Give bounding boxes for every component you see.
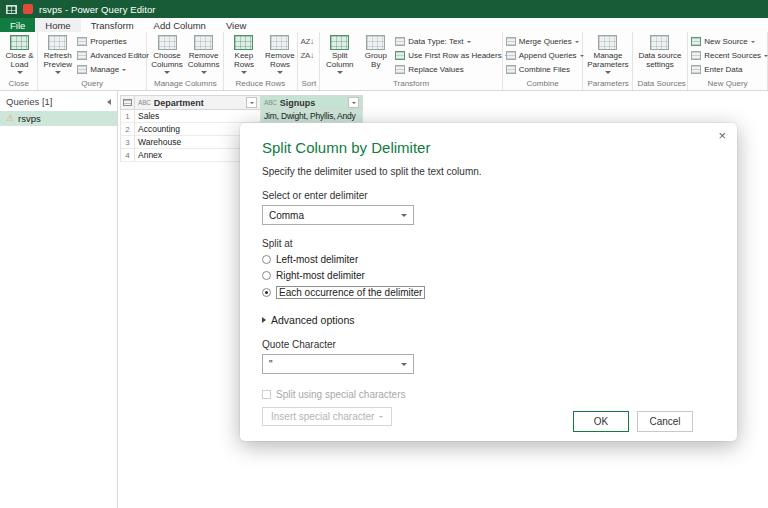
data-type-button[interactable]: Data Type: Text	[395, 35, 508, 48]
combine-files-button[interactable]: Combine Files	[506, 63, 584, 76]
row-number[interactable]: 2	[120, 123, 135, 136]
app-table-icon	[6, 5, 17, 14]
cell-department[interactable]: Sales	[135, 110, 261, 123]
refresh-icon	[48, 35, 67, 50]
cancel-button[interactable]: Cancel	[637, 411, 693, 432]
row-number[interactable]: 4	[120, 149, 135, 162]
query-small-buttons: Properties Advanced Editor Manage	[77, 33, 149, 78]
chevron-down-icon	[241, 71, 247, 74]
ribbon-group-combine: Merge Queries Append Queries Combine Fil…	[503, 32, 584, 90]
radio-icon	[262, 271, 271, 280]
advanced-editor-button[interactable]: Advanced Editor	[77, 49, 149, 62]
chevron-down-icon	[122, 69, 126, 71]
tab-add-column[interactable]: Add Column	[144, 18, 216, 32]
radio-right-most-delimiter[interactable]: Right-most delimiter	[262, 270, 715, 281]
split-column-by-delimiter-dialog: × Split Column by Delimiter Specify the …	[240, 123, 737, 441]
close-and-load-button[interactable]: Close & Load	[3, 33, 36, 78]
query-list-item-rsvps[interactable]: ⚠ rsvps	[0, 111, 117, 126]
ribbon-group-transform: Split Column Group By Data Type: Text	[320, 32, 502, 90]
tab-view[interactable]: View	[216, 18, 256, 32]
row-number[interactable]: 3	[120, 136, 135, 149]
table-row: 1 Sales Jim, Dwight, Phyllis, Andy	[120, 110, 363, 123]
enter-data-button[interactable]: Enter Data	[691, 63, 768, 76]
tab-transform[interactable]: Transform	[81, 18, 144, 32]
new-source-button[interactable]: New Source	[691, 35, 768, 48]
append-queries-button[interactable]: Append Queries	[506, 49, 584, 62]
ribbon-group-sort: AZ↓ ZA↓ Sort	[298, 32, 321, 90]
choose-columns-button[interactable]: Choose Columns	[150, 33, 184, 78]
manage-button[interactable]: Manage	[77, 63, 149, 76]
column-header-department[interactable]: ABC Department	[135, 95, 261, 110]
filter-button-department[interactable]	[246, 97, 257, 108]
group-content: New Source Recent Sources Enter Data	[691, 33, 764, 78]
filter-button-signups[interactable]	[348, 97, 359, 108]
advanced-editor-label: Advanced Editor	[90, 51, 149, 60]
ok-button[interactable]: OK	[573, 411, 629, 432]
new-source-icon	[691, 37, 701, 46]
append-queries-label: Append Queries	[519, 51, 577, 60]
radio-each-occurrence[interactable]: Each occurrence of the delimiter	[262, 286, 715, 299]
manage-parameters-button[interactable]: Manage Parameters	[586, 33, 629, 78]
group-label-query: Query	[41, 78, 143, 90]
recent-sources-label: Recent Sources	[704, 51, 761, 60]
recent-sources-button[interactable]: Recent Sources	[691, 49, 768, 62]
merge-queries-button[interactable]: Merge Queries	[506, 35, 584, 48]
collapse-pane-icon[interactable]	[107, 99, 111, 105]
delimiter-selected-value: Comma	[269, 210, 304, 221]
remove-rows-icon	[270, 35, 289, 50]
window-title: rsvps - Power Query Editor	[39, 4, 156, 15]
properties-button[interactable]: Properties	[77, 35, 149, 48]
split-column-button[interactable]: Split Column	[323, 33, 356, 78]
new-query-small-buttons: New Source Recent Sources Enter Data	[691, 33, 768, 78]
chevron-down-icon	[379, 416, 383, 418]
column-name-department: Department	[154, 98, 204, 108]
replace-values-button[interactable]: Replace Values	[395, 63, 508, 76]
use-first-row-as-headers-label: Use First Row as Headers	[408, 51, 501, 60]
column-name-signups: Signups	[280, 98, 316, 108]
group-content: Refresh Preview Properties Advanced Edit…	[41, 33, 143, 78]
data-type-label: Data Type: Text	[408, 37, 463, 46]
sort-descending-button[interactable]: ZA↓	[301, 49, 314, 62]
sort-ascending-button[interactable]: AZ↓	[301, 35, 314, 48]
ribbon-group-close: Close & Load Close	[0, 32, 38, 90]
queries-pane-title: Queries [1]	[6, 96, 52, 107]
query-name: rsvps	[18, 113, 41, 124]
grid-corner-button[interactable]	[120, 95, 135, 110]
keep-rows-button[interactable]: Keep Rows	[227, 33, 260, 78]
refresh-preview-button[interactable]: Refresh Preview	[41, 33, 74, 78]
remove-rows-button[interactable]: Remove Rows	[263, 33, 296, 78]
manage-parameters-label: Manage Parameters	[587, 51, 628, 69]
table-icon	[123, 99, 132, 106]
radio-selected-icon	[262, 288, 271, 297]
group-content: Manage Parameters	[586, 33, 629, 78]
use-first-row-as-headers-button[interactable]: Use First Row as Headers	[395, 49, 508, 62]
quote-character-value: "	[269, 359, 273, 370]
quote-character-label: Quote Character	[262, 339, 715, 350]
remove-columns-button[interactable]: Remove Columns	[187, 33, 221, 78]
titlebar-badge-icon	[23, 4, 33, 14]
quote-character-select[interactable]: "	[262, 354, 414, 374]
chevron-down-icon	[201, 71, 207, 74]
group-content: AZ↓ ZA↓	[301, 33, 317, 78]
group-by-icon	[366, 35, 385, 50]
close-icon[interactable]: ×	[718, 128, 726, 143]
advanced-options-toggle[interactable]: Advanced options	[262, 314, 715, 326]
close-and-load-label: Close & Load	[5, 51, 33, 69]
chevron-down-icon	[17, 71, 23, 74]
radio-label: Each occurrence of the delimiter	[276, 286, 425, 299]
manage-parameters-icon	[598, 35, 617, 50]
data-source-settings-button[interactable]: Data source settings	[636, 33, 683, 78]
chevron-down-icon	[55, 71, 61, 74]
properties-icon	[77, 37, 87, 46]
column-header-signups[interactable]: ABC Signups	[261, 95, 363, 110]
group-label-close: Close	[3, 78, 34, 90]
tab-home[interactable]: Home	[35, 18, 80, 32]
group-label-manage-columns: Manage Columns	[150, 78, 220, 90]
delimiter-select[interactable]: Comma	[262, 205, 414, 225]
row-number[interactable]: 1	[120, 110, 135, 123]
group-by-button[interactable]: Group By	[359, 33, 392, 78]
radio-left-most-delimiter[interactable]: Left-most delimiter	[262, 254, 715, 265]
tab-file[interactable]: File	[0, 18, 35, 32]
enter-data-label: Enter Data	[704, 65, 742, 74]
cell-signups[interactable]: Jim, Dwight, Phyllis, Andy	[261, 110, 363, 123]
